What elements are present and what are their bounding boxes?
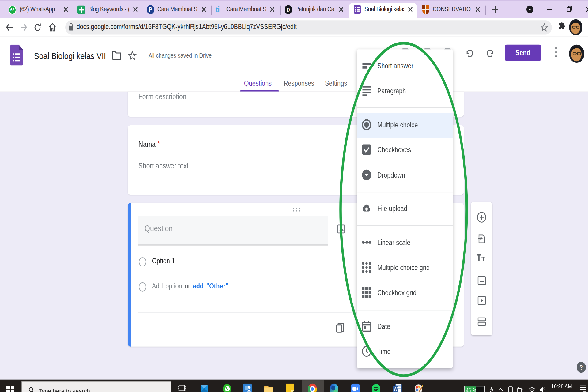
svg-text:W: W bbox=[394, 386, 398, 392]
